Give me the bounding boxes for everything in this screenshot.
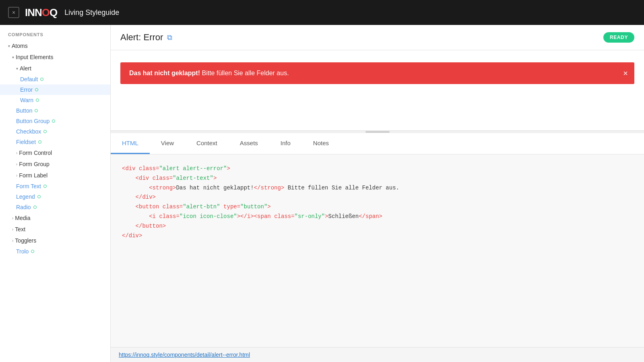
caret-right-icon: › (12, 216, 13, 220)
tab-info[interactable]: Info (269, 133, 302, 154)
sidebar-item-label: Media (15, 215, 30, 221)
sidebar-item-radio[interactable]: Radio (0, 202, 110, 212)
sidebar-item-alert[interactable]: ▾ Alert (0, 63, 110, 74)
sidebar-item-label: Atoms (12, 43, 28, 49)
code-line-7: </button> (122, 222, 633, 231)
url-link[interactable]: https://innoq.style/components/detail/al… (119, 352, 250, 358)
sidebar-item-input-elements[interactable]: ▾ Input Elements (0, 51, 110, 63)
sidebar-item-legend[interactable]: Legend (0, 191, 110, 202)
sidebar-item-togglers[interactable]: › Togglers (0, 235, 110, 246)
sidebar-item-label: Text (15, 226, 25, 232)
sidebar-item-label: Default (20, 76, 38, 82)
caret-down-icon: ▾ (8, 44, 10, 48)
sidebar-item-warn[interactable]: Warn (0, 95, 110, 105)
titlebar: × INNOQ Living Styleguide (0, 0, 644, 25)
scroll-thumb (365, 131, 390, 133)
status-dot (40, 78, 43, 81)
external-link-icon[interactable]: ⧉ (167, 33, 172, 42)
status-dot (35, 109, 38, 112)
status-dot (52, 119, 55, 123)
logo-text: INNOQ (25, 6, 57, 19)
tab-context[interactable]: Context (185, 133, 229, 154)
tab-label: View (161, 140, 174, 146)
sidebar-item-fieldset[interactable]: Fieldset (0, 137, 110, 147)
tab-label: HTML (122, 140, 138, 146)
code-area: <div class="alert alert--error"> <div cl… (111, 154, 644, 347)
sidebar-item-label: Button (16, 107, 32, 114)
sidebar-item-form-control[interactable]: › Form Control (0, 147, 110, 158)
page-title-text: Alert: Error (120, 32, 163, 43)
sidebar-section-header: COMPONENTS (0, 25, 110, 40)
tab-view[interactable]: View (150, 133, 185, 154)
tab-label: Info (281, 140, 291, 146)
app-title: Living Styleguide (64, 8, 119, 17)
sidebar-item-label: Legend (16, 193, 35, 200)
status-dot (36, 99, 39, 102)
sidebar-item-button[interactable]: Button (0, 105, 110, 116)
sidebar-item-text[interactable]: › Text (0, 224, 110, 235)
alert-strong-text: Das hat nicht geklappt! (129, 70, 200, 76)
sidebar-item-label: Radio (16, 204, 31, 210)
code-line-1: <div class="alert alert--error"> (122, 164, 633, 174)
url-bar: https://innoq.style/components/detail/al… (111, 347, 644, 362)
status-dot (43, 185, 47, 188)
sidebar-item-trolo[interactable]: Trolo (0, 246, 110, 257)
sidebar-item-label: Togglers (15, 237, 36, 244)
status-dot (31, 250, 34, 253)
tab-label: Assets (240, 140, 258, 146)
main-layout: COMPONENTS ▾ Atoms ▾ Input Elements ▾ Al… (0, 25, 644, 362)
sidebar-item-button-group[interactable]: Button Group (0, 116, 110, 126)
alert-error-component: Das hat nicht geklappt! Bitte füllen Sie… (120, 62, 634, 84)
code-line-3: <strong>Das hat nicht geklappt!</strong>… (122, 183, 633, 193)
alert-text: Das hat nicht geklappt! Bitte füllen Sie… (129, 70, 289, 77)
window-close-button[interactable]: × (8, 7, 19, 18)
preview-area: Das hat nicht geklappt! Bitte füllen Sie… (111, 50, 644, 131)
sidebar-item-label: Form Text (16, 183, 41, 189)
caret-down-icon: ▾ (12, 55, 14, 60)
sidebar-item-label: Fieldset (16, 139, 36, 145)
tab-assets[interactable]: Assets (229, 133, 269, 154)
caret-right-icon: › (12, 227, 13, 232)
sidebar-item-form-label[interactable]: › Form Label (0, 170, 110, 181)
tab-label: Notes (313, 140, 329, 146)
logo: INNOQ (25, 6, 57, 19)
sidebar-item-default[interactable]: Default (0, 74, 110, 84)
sidebar-item-label: Alert (20, 65, 31, 72)
code-line-5: <button class="alert-btn" type="button"> (122, 202, 633, 212)
sidebar-item-label: Error (20, 86, 33, 93)
page-title: Alert: Error ⧉ (120, 32, 172, 43)
caret-right-icon: › (12, 239, 13, 243)
sidebar-item-error[interactable]: Error (0, 84, 110, 95)
caret-right-icon: › (16, 173, 17, 178)
ready-badge: READY (603, 32, 634, 43)
alert-close-button[interactable]: × (623, 69, 628, 77)
status-dot (37, 195, 41, 198)
status-dot (43, 130, 47, 133)
code-line-4: </div> (122, 193, 633, 202)
tabs-bar: HTML View Context Assets Info Notes (111, 133, 644, 154)
code-line-8: </div> (122, 231, 633, 241)
sidebar-item-media[interactable]: › Media (0, 212, 110, 224)
caret-down-icon: ▾ (16, 66, 18, 71)
sidebar-item-label: Form Group (19, 161, 49, 167)
sidebar-item-label: Checkbox (16, 128, 41, 135)
sidebar-item-form-text[interactable]: Form Text (0, 181, 110, 191)
caret-right-icon: › (16, 162, 17, 167)
logo-q: O (42, 6, 50, 19)
sidebar-item-checkbox[interactable]: Checkbox (0, 126, 110, 137)
tab-notes[interactable]: Notes (302, 133, 340, 154)
sidebar-item-atoms[interactable]: ▾ Atoms (0, 40, 110, 51)
sidebar-item-label: Form Control (19, 150, 52, 156)
content-panel: Alert: Error ⧉ READY Das hat nicht gekla… (111, 25, 644, 362)
tab-html[interactable]: HTML (111, 133, 150, 154)
caret-right-icon: › (16, 151, 17, 155)
status-dot (38, 140, 41, 144)
sidebar-item-form-group[interactable]: › Form Group (0, 158, 110, 170)
alert-rest-text: Bitte füllen Sie alle Felder aus. (202, 70, 289, 76)
sidebar-item-label: Form Label (19, 172, 47, 179)
close-icon: × (12, 9, 15, 16)
sidebar-item-label: Trolo (16, 248, 29, 255)
status-dot (35, 88, 38, 91)
code-line-6: <i class="icon icon-close"></i><span cla… (122, 212, 633, 222)
sidebar-item-label: Warn (20, 97, 33, 103)
